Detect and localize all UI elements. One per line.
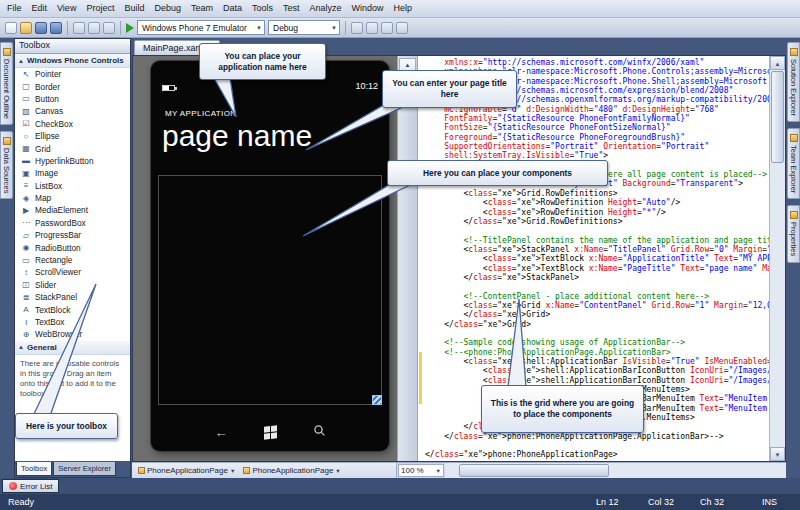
menu-data[interactable]: Data [218,3,247,13]
save-all-icon[interactable] [50,22,62,34]
toolbox-item-pointer[interactable]: ↖Pointer [15,68,130,80]
menu-help[interactable]: Help [389,3,418,13]
toolbox-item-button[interactable]: ▭Button [15,93,130,105]
menu-build[interactable]: Build [119,3,149,13]
menu-analyze[interactable]: Analyze [305,3,347,13]
scrollbar-thumb[interactable] [771,71,784,163]
side-tab-data-sources[interactable]: Data Sources [0,131,13,199]
toolbox-item-ellipse[interactable]: ○Ellipse [15,130,130,142]
toolbox-group-label: Windows Phone Controls [27,56,124,65]
toolbox-item-hyperlinkbutton[interactable]: ▬HyperlinkButton [15,155,130,167]
error-list-label: Error List [20,482,52,491]
horizontal-scrollbar[interactable] [445,463,786,478]
menu-file[interactable]: File [2,3,27,13]
menu-debug[interactable]: Debug [149,3,186,13]
zoom-combo[interactable]: 100 % ▼ [398,464,444,477]
toolbox-item-border[interactable]: ▢Border [15,80,130,92]
deployment-target-combo[interactable]: Windows Phone 7 Emulator ▼ [137,20,265,35]
resize-adorner-icon[interactable] [372,395,382,405]
indent-icon[interactable] [381,22,393,34]
toolbox-item-rectangle[interactable]: ▭Rectangle [15,254,130,266]
toolbox-item-passwordbox[interactable]: ⋯PasswordBox [15,217,130,229]
menu-view[interactable]: View [52,3,81,13]
mediaelement-icon: ▶ [21,206,31,215]
toolbox-item-label: PasswordBox [35,218,86,228]
phone-emulator-skin: 10:12 MY APPLICATION page name ← [151,61,389,451]
menu-team[interactable]: Team [186,3,218,13]
menu-test[interactable]: Test [278,3,305,13]
toolbox-item-progressbar[interactable]: ▱ProgressBar [15,229,130,241]
start-debugging-icon[interactable] [126,23,134,33]
toolbox-item-radiobutton[interactable]: ◉RadioButton [15,241,130,253]
chevron-down-icon: ▼ [436,468,441,474]
side-tab-properties[interactable]: Properties [787,205,800,262]
status-column: Col 32 [648,494,674,510]
toolbox-item-slider[interactable]: ◫Slider [15,279,130,291]
content-panel-grid[interactable] [158,175,382,405]
panel-tab-toolbox[interactable]: Toolbox [16,462,52,476]
menu-edit[interactable]: Edit [27,3,53,13]
stackpanel-icon: ≣ [21,293,31,302]
menu-window[interactable]: Window [347,3,389,13]
find-icon[interactable] [351,22,363,34]
side-tab-team-explorer[interactable]: Team Explorer [787,128,800,199]
toolbox-header[interactable]: Toolbox [15,39,130,54]
bookmark-icon[interactable] [396,22,408,34]
toolbox-item-scrollviewer[interactable]: ↕ScrollViewer [15,266,130,278]
toolbox-item-listbox[interactable]: ≡ListBox [15,180,130,192]
copy-icon[interactable] [88,22,100,34]
toolbox-item-map[interactable]: ◈Map [15,192,130,204]
toolbox-item-grid[interactable]: ▦Grid [15,142,130,154]
side-tab-document-outline[interactable]: Document Outline [0,42,13,125]
toolbox-group-general[interactable]: ▲ General [15,341,130,355]
scroll-up-icon[interactable]: ▲ [770,56,785,70]
breadcrumb: PhoneApplicationPage▼PhoneApplicationPag… [132,463,397,478]
vertical-scrollbar[interactable]: ▲ ▼ [769,56,785,461]
new-file-icon[interactable] [5,22,17,34]
menu-tools[interactable]: Tools [247,3,278,13]
side-tab-solution-explorer[interactable]: Solution Explorer [787,42,800,122]
designer-xaml-splitter[interactable]: ▲▼ [397,56,418,461]
properties-icon [790,211,798,219]
chevron-down-icon: ▼ [230,468,235,474]
menu-project[interactable]: Project [81,3,119,13]
callout-components: Here you can place your components [387,160,608,186]
breadcrumb-item[interactable]: PhoneApplicationPage▼ [135,466,238,475]
toolbox-title: Toolbox [19,40,50,50]
panel-tab-server-explorer[interactable]: Server Explorer [53,462,116,476]
toolbox-item-canvas[interactable]: ▧Canvas [15,105,130,117]
toolbox-item-textblock[interactable]: ATextBlock [15,303,130,315]
page-title-text[interactable]: page name [162,119,312,153]
comment-icon[interactable] [366,22,378,34]
solution-config-combo[interactable]: Debug ▼ [268,20,340,35]
toolbox-item-textbox[interactable]: ITextBox [15,316,130,328]
toolbox-item-label: TextBox [35,317,65,327]
toolbox-item-stackpanel[interactable]: ≣StackPanel [15,291,130,303]
breadcrumb-item[interactable]: PhoneApplicationPage▼ [240,466,343,475]
scroll-down-icon[interactable]: ▼ [770,447,785,461]
toolbox-empty-help-text: There are no usable controls in this gro… [15,355,130,404]
status-character: Ch 32 [700,494,724,510]
paste-icon[interactable] [103,22,115,34]
toolbox-panel: Toolbox ▲ Windows Phone Controls ↖Pointe… [14,38,131,478]
application-title-text[interactable]: MY APPLICATION [165,109,237,118]
side-tab-label: Properties [789,222,798,256]
toolbox-item-label: RadioButton [35,243,81,253]
error-list-tab[interactable]: Error List [2,479,59,493]
callout-application-name: You can place your application name here [199,43,326,80]
menu-bar: FileEditViewProjectBuildDebugTeamDataToo… [0,0,800,18]
solution-config-value: Debug [273,23,298,33]
toolbox-item-image[interactable]: ▣Image [15,167,130,179]
split-view: 10:12 MY APPLICATION page name ← [132,55,786,462]
toolbox-item-checkbox[interactable]: ☑CheckBox [15,118,130,130]
search-icon [313,423,326,441]
toolbox-item-webbrowser[interactable]: ⊕WebBrowser [15,328,130,340]
deployment-target-value: Windows Phone 7 Emulator [142,23,247,33]
toolbox-group-windows-phone-controls[interactable]: ▲ Windows Phone Controls [15,54,130,68]
toolbox-item-mediaelement[interactable]: ▶MediaElement [15,204,130,216]
open-file-icon[interactable] [20,22,32,34]
scrollbar-thumb[interactable] [459,464,609,477]
cut-icon[interactable] [73,22,85,34]
menu-items: FileEditViewProjectBuildDebugTeamDataToo… [2,0,417,17]
save-icon[interactable] [35,22,47,34]
